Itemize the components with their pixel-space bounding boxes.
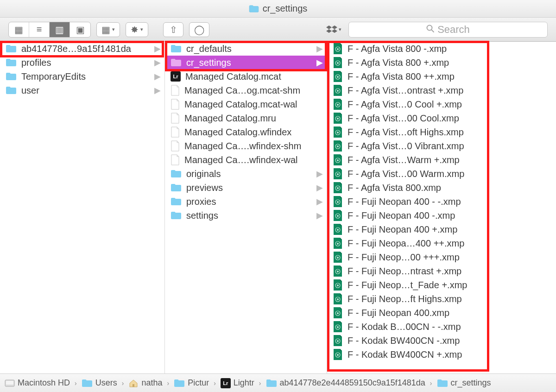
share-button[interactable]: ⇧ — [163, 22, 183, 37]
list-item[interactable]: F - Agfa Vista 800 +.xmp — [327, 56, 556, 70]
folder-icon — [171, 44, 182, 53]
item-label: F - Agfa Vista 800 -.xmp — [348, 44, 552, 54]
dropbox-button[interactable]: ▾ — [324, 22, 343, 37]
folder-icon — [6, 44, 17, 53]
list-item[interactable]: F - Fuji Neopan 400 +.xmp — [327, 222, 556, 236]
list-item[interactable]: F - Fuji Neopan 400 -.xmp — [327, 209, 556, 222]
action-button[interactable]: ✸▾ — [126, 22, 148, 37]
xmp-icon — [333, 154, 343, 166]
column-3[interactable]: F - Agfa Vista 800 -.xmpF - Agfa Vista 8… — [327, 42, 556, 373]
item-label: proxies — [186, 196, 312, 207]
item-label: F - Fuji Neop…ntrast +.xmp — [348, 266, 552, 277]
list-item[interactable]: F - Agfa Vist…ontrast +.xmp — [327, 83, 556, 97]
xmp-icon — [333, 84, 343, 96]
xmp-icon — [333, 335, 343, 347]
list-item[interactable]: F - Fuji Neop…00 +++.xmp — [327, 250, 556, 264]
lightroom-icon: Lr — [221, 378, 231, 388]
xmp-icon — [333, 126, 343, 138]
list-item[interactable]: F - Fuji Neopa…400 ++.xmp — [327, 236, 556, 250]
dropbox-icon — [326, 25, 338, 35]
list-item[interactable]: F - Agfa Vista 800 -.xmp — [327, 42, 556, 56]
item-label: Managed Catalog.wfindex — [184, 127, 323, 138]
chevron-right-icon: ▶ — [316, 183, 323, 193]
home-icon — [128, 379, 139, 388]
list-item[interactable]: originals▶ — [165, 167, 327, 181]
list-item[interactable]: F - Fuji Neop…t_Fade +.xmp — [327, 278, 556, 292]
folder-icon — [171, 169, 182, 178]
list-item[interactable]: cr_defaults▶ — [165, 42, 327, 56]
folder-icon — [171, 58, 182, 67]
path-label: Lightr — [234, 378, 254, 388]
list-item[interactable]: cr_settings▶ — [165, 56, 327, 70]
list-item[interactable]: F - Fuji Neop…ntrast +.xmp — [327, 264, 556, 278]
view-list-button[interactable]: ≡ — [29, 22, 50, 37]
tags-button[interactable]: ◯ — [189, 22, 209, 37]
list-item[interactable]: ab414778e…9a15f1481da▶ — [0, 42, 164, 56]
list-item[interactable]: Managed Ca….wfindex-shm — [165, 139, 327, 153]
list-item[interactable]: F - Agfa Vist…00 Warm.xmp — [327, 167, 556, 181]
list-item[interactable]: Managed Ca…og.mcat-shm — [165, 83, 327, 97]
disk-icon — [5, 379, 15, 387]
list-item[interactable]: F - Fuji Neopan 400 - -.xmp — [327, 195, 556, 209]
column-2[interactable]: cr_defaults▶cr_settings▶LrManaged Catalo… — [165, 42, 327, 373]
list-item[interactable]: TemporaryEdits▶ — [0, 70, 164, 83]
item-label: ab414778e…9a15f1481da — [21, 44, 150, 54]
chevron-right-icon: ▶ — [154, 85, 161, 95]
list-item[interactable]: F - Agfa Vista 800 ++.xmp — [327, 70, 556, 83]
chevron-right-icon: › — [73, 379, 79, 387]
folder-icon — [6, 58, 17, 67]
list-item[interactable]: F - Fuji Neop…ft Highs.xmp — [327, 292, 556, 306]
item-label: Managed Catalog.mcat-wal — [184, 99, 323, 110]
xmp-icon — [333, 348, 343, 360]
list-item[interactable]: user▶ — [0, 83, 164, 97]
list-item[interactable]: Managed Catalog.mcat-wal — [165, 97, 327, 111]
list-item[interactable]: proxies▶ — [165, 195, 327, 209]
list-item[interactable]: LrManaged Catalog.mcat — [165, 70, 327, 83]
item-label: F - Fuji Neopan 400 -.xmp — [348, 210, 552, 221]
xmp-icon — [333, 70, 343, 82]
list-item[interactable]: Managed Catalog.mru — [165, 111, 327, 125]
list-item[interactable]: F - Agfa Vist…Warm +.xmp — [327, 153, 556, 167]
list-item[interactable]: F - Kodak BW400CN +.xmp — [327, 348, 556, 361]
path-segment[interactable]: natha — [128, 378, 162, 388]
list-item[interactable]: F - Agfa Vista 800.xmp — [327, 181, 556, 195]
chevron-right-icon: › — [428, 379, 434, 387]
xmp-icon — [333, 223, 343, 235]
file-icon — [171, 154, 180, 165]
path-segment[interactable]: Users — [82, 378, 117, 388]
window-title: cr_settings — [263, 3, 308, 14]
view-icons-button[interactable]: ▦ — [9, 22, 29, 37]
path-label: Pictur — [188, 378, 209, 388]
list-item[interactable]: F - Agfa Vist…00 Cool.xmp — [327, 111, 556, 125]
view-columns-button[interactable]: ▥ — [50, 22, 70, 37]
path-segment[interactable]: LrLightr — [221, 378, 254, 388]
list-item[interactable]: settings▶ — [165, 209, 327, 222]
list-item[interactable]: Managed Ca….wfindex-wal — [165, 153, 327, 167]
xmp-icon — [333, 182, 343, 194]
item-label: F - Fuji Neopan 400.xmp — [348, 308, 552, 318]
xmp-icon — [333, 43, 343, 55]
search-field[interactable]: Search — [348, 22, 548, 38]
view-gallery-button[interactable]: ▣ — [70, 22, 90, 37]
list-item[interactable]: F - Agfa Vist…0 Cool +.xmp — [327, 97, 556, 111]
list-item[interactable]: F - Kodak BW400CN -.xmp — [327, 334, 556, 348]
item-label: cr_defaults — [186, 44, 312, 54]
list-item[interactable]: F - Kodak B…00CN - -.xmp — [327, 320, 556, 334]
list-item[interactable]: Managed Catalog.wfindex — [165, 125, 327, 139]
view-mode-group: ▦ ≡ ▥ ▣ — [8, 22, 91, 38]
xmp-icon — [333, 140, 343, 152]
path-segment[interactable]: Pictur — [174, 378, 209, 388]
path-bar[interactable]: Macintosh HD›Users›natha›Pictur›LrLightr… — [0, 373, 556, 392]
column-1[interactable]: ab414778e…9a15f1481da▶profiles▶Temporary… — [0, 42, 165, 373]
columns-view: ab414778e…9a15f1481da▶profiles▶Temporary… — [0, 42, 556, 373]
list-item[interactable]: F - Agfa Vist…oft Highs.xmp — [327, 125, 556, 139]
arrange-button[interactable]: ▦▾ — [96, 22, 120, 37]
path-segment[interactable]: ab414778e2e444859150c9a15f1481da — [266, 378, 425, 388]
list-item[interactable]: F - Agfa Vist…0 Vibrant.xmp — [327, 139, 556, 153]
list-item[interactable]: previews▶ — [165, 181, 327, 195]
path-segment[interactable]: Macintosh HD — [5, 378, 70, 388]
item-label: F - Fuji Neopa…400 ++.xmp — [348, 238, 552, 249]
list-item[interactable]: profiles▶ — [0, 56, 164, 70]
path-segment[interactable]: cr_settings — [437, 378, 491, 388]
list-item[interactable]: F - Fuji Neopan 400.xmp — [327, 306, 556, 320]
